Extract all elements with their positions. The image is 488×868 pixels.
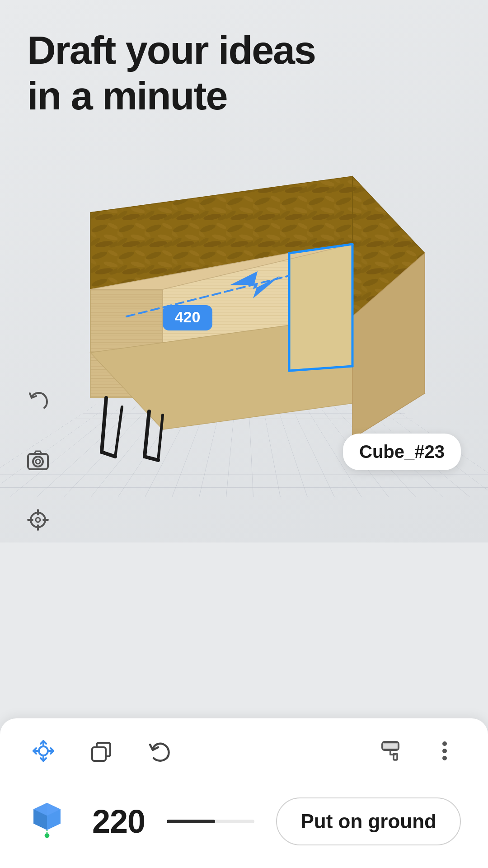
svg-point-40 [33, 457, 43, 467]
side-toolbar [22, 384, 54, 536]
undo-toolbar-button[interactable] [143, 735, 175, 767]
object-name-badge: Cube_#23 [343, 434, 461, 470]
scene-area: 420 Draft your ideas in a minute [0, 0, 488, 542]
screenshot-button[interactable] [22, 444, 54, 476]
svg-point-43 [36, 518, 40, 522]
svg-point-60 [442, 741, 447, 746]
furniture-model: 420 [36, 113, 452, 466]
target-button[interactable] [22, 504, 54, 536]
bottom-panel: 220 Put on ground [0, 718, 488, 868]
svg-point-61 [442, 749, 447, 753]
property-bar-fill [167, 820, 215, 823]
toolbar-right [374, 735, 461, 767]
property-value: 220 [92, 803, 145, 840]
svg-point-48 [39, 746, 48, 755]
svg-point-41 [36, 459, 40, 464]
svg-line-29 [145, 457, 158, 460]
svg-rect-56 [384, 743, 397, 749]
svg-line-28 [145, 411, 149, 457]
svg-text:420: 420 [175, 308, 201, 326]
page-title: Draft your ideas in a minute [27, 27, 315, 118]
put-on-ground-button[interactable]: Put on ground [276, 797, 461, 845]
property-row: 220 Put on ground [0, 781, 488, 868]
toolbar-row [0, 718, 488, 781]
more-options-button[interactable] [428, 735, 461, 767]
align-button[interactable] [374, 735, 407, 767]
property-bar [167, 820, 254, 823]
svg-point-62 [442, 756, 447, 760]
toolbar-left [27, 735, 374, 767]
svg-point-66 [45, 833, 50, 838]
svg-line-25 [102, 398, 106, 452]
object-icon [27, 800, 70, 843]
layers-button[interactable] [85, 735, 117, 767]
svg-line-26 [102, 452, 115, 457]
svg-marker-23 [289, 244, 352, 371]
move-tool-button[interactable] [27, 735, 60, 767]
svg-rect-54 [92, 747, 106, 761]
svg-line-27 [115, 407, 122, 457]
undo-button[interactable] [22, 384, 54, 417]
